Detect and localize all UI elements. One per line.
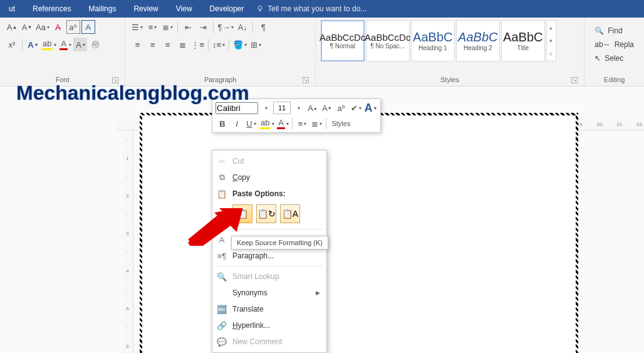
shading-button[interactable]: A — [73, 38, 87, 51]
paste-merge[interactable]: 📋↻ — [256, 204, 276, 223]
mini-format-painter[interactable]: ✔ — [349, 101, 363, 115]
ctx-translate[interactable]: 🔤Translate — [212, 301, 326, 317]
font-color-button[interactable]: A — [58, 38, 72, 51]
group-paragraph: ☰ ≡ ≣ ⇤ ⇥ ¶→ A↓ ¶ ≡ ≡ ≡ ≣ ⋮≡ ↕≡ — [125, 18, 315, 86]
tab-layout[interactable]: ut — [0, 0, 24, 18]
tell-me[interactable]: Tell me what you want to do... — [256, 4, 366, 13]
separator — [22, 39, 23, 50]
mini-font-name[interactable] — [216, 102, 258, 114]
cut-icon: ✂ — [216, 155, 227, 167]
enclose-characters-button[interactable]: ㊞ — [88, 38, 102, 51]
style-normal[interactable]: AaBbCcDc¶ Normal — [321, 20, 365, 61]
ruler-vertical[interactable]: ·1·2·3·4·5·6·7·8·9·10·11 — [122, 130, 133, 353]
scroll-down-icon[interactable]: ▾ — [547, 34, 556, 47]
grow-font-button[interactable]: A▲ — [5, 20, 19, 34]
decrease-indent-button[interactable]: ⇤ — [181, 20, 195, 34]
group-label-editing: Editing — [589, 76, 639, 85]
para-shading-button[interactable]: 🪣 — [232, 38, 247, 51]
mini-styles-icon[interactable]: A — [363, 101, 377, 115]
superscript-button[interactable]: x² — [5, 38, 19, 51]
ctx-paste-options-header: 📋Paste Options: — [212, 186, 326, 202]
mini-phonetic[interactable]: aᵇ — [335, 101, 348, 115]
ctx-copy[interactable]: ⧉Copy — [212, 169, 326, 186]
show-marks-button[interactable]: ¶ — [256, 20, 270, 34]
style-title[interactable]: AaBbCTitle — [501, 20, 545, 61]
tab-review[interactable]: Review — [125, 0, 167, 18]
highlight-button[interactable]: ab — [41, 38, 57, 51]
ctx-synonyms[interactable]: Synonyms▶ — [212, 285, 326, 301]
svg-rect-1 — [259, 10, 261, 11]
bullets-button[interactable]: ☰ — [130, 20, 144, 34]
select-icon: ↖ — [595, 54, 601, 63]
numbering-button[interactable]: ≡ — [145, 20, 159, 34]
tab-mailings[interactable]: Mailings — [80, 0, 125, 18]
ctx-paragraph[interactable]: ≡¶Paragraph... — [212, 248, 326, 264]
justify-button[interactable]: ≣ — [175, 38, 189, 51]
replace-button[interactable]: ab↔Repla — [595, 38, 634, 51]
text-effects-button[interactable]: A — [26, 38, 39, 51]
group-editing: 🔍Find ab↔Repla ↖Selec Editing — [584, 18, 644, 86]
increase-indent-button[interactable]: ⇥ — [196, 20, 210, 34]
style-heading1[interactable]: AaBbCHeading 1 — [411, 20, 455, 61]
svg-point-0 — [258, 6, 262, 10]
ctx-hyperlink[interactable]: 🔗Hyperlink... — [212, 317, 326, 334]
font-dialog-launcher[interactable]: ↘ — [112, 77, 118, 83]
styles-dialog-launcher[interactable]: ↘ — [571, 77, 578, 83]
mini-styles-label[interactable]: Styles — [329, 120, 353, 127]
mini-shrink-font[interactable]: A▼ — [320, 101, 334, 115]
distributed-button[interactable]: ⋮≡ — [190, 38, 205, 51]
scroll-up-icon[interactable]: ▴ — [547, 21, 556, 34]
separator — [208, 39, 209, 50]
mini-size-dropdown[interactable] — [291, 101, 305, 115]
line-spacing-button[interactable]: ↕≡ — [212, 38, 226, 51]
tab-references[interactable]: References — [24, 0, 80, 18]
align-left-button[interactable]: ≡ — [130, 38, 144, 51]
tab-developer[interactable]: Developer — [201, 0, 253, 18]
multilevel-list-button[interactable]: ≣ — [160, 20, 174, 34]
mini-bullets[interactable]: ≡ — [295, 117, 309, 130]
context-menu: ✂Cut ⧉Copy 📋Paste Options: 📋 📋↻ 📋A AFont… — [212, 150, 327, 353]
separator — [177, 21, 178, 33]
styles-more-icon[interactable]: ▿ — [547, 48, 556, 61]
style-heading2[interactable]: AaBbCHeading 2 — [456, 20, 500, 61]
separator — [216, 266, 323, 266]
comment-icon: 💬 — [216, 336, 227, 347]
find-button[interactable]: 🔍Find — [595, 24, 634, 38]
change-case-button[interactable]: Aa — [35, 20, 50, 34]
mini-underline[interactable]: U — [244, 117, 258, 130]
paste-options-row: 📋 📋↻ 📋A — [212, 202, 326, 227]
paste-keep-source[interactable]: 📋 — [232, 204, 252, 223]
separator — [326, 118, 326, 129]
ribbon-tabs: ut References Mailings Review View Devel… — [0, 0, 644, 18]
mini-grow-font[interactable]: A▲ — [306, 101, 319, 115]
ribbon: A▲ A▼ Aa A̶ aᵇ A x² A ab A A ㊞ Font↘ ☰ — [0, 18, 644, 87]
mini-bold[interactable]: B — [216, 117, 229, 130]
styles-scroll[interactable]: ▴▾▿ — [546, 20, 556, 61]
character-border-button[interactable]: A — [81, 20, 95, 34]
paste-text-only[interactable]: 📋A — [280, 204, 300, 223]
mini-font-color[interactable]: A — [276, 117, 289, 130]
clear-formatting-button[interactable]: A̶ — [51, 20, 65, 34]
align-center-button[interactable]: ≡ — [145, 38, 159, 51]
paragraph-dialog-launcher[interactable]: ↘ — [303, 77, 309, 83]
sort-button[interactable]: A↓ — [236, 20, 249, 34]
separator — [252, 21, 253, 33]
shrink-font-button[interactable]: A▼ — [20, 20, 34, 34]
tab-view[interactable]: View — [167, 0, 201, 18]
mini-toolbar: A▲ A▼ aᵇ ✔ A B I U ab A ≡ ≣ Styles — [212, 98, 381, 133]
mini-font-dropdown[interactable] — [259, 101, 273, 115]
align-right-button[interactable]: ≡ — [160, 38, 174, 51]
phonetic-guide-button[interactable]: aᵇ — [66, 20, 80, 34]
mini-highlight[interactable]: ab — [259, 117, 275, 130]
lightbulb-icon — [256, 5, 264, 13]
select-button[interactable]: ↖Selec — [595, 51, 634, 65]
document-page[interactable] — [140, 113, 578, 353]
mini-italic[interactable]: I — [230, 117, 244, 130]
ltr-button[interactable]: ¶→ — [217, 20, 234, 34]
translate-icon: 🔤 — [216, 303, 227, 315]
borders-button[interactable]: ⊞ — [249, 38, 262, 51]
mini-font-size[interactable] — [273, 102, 291, 114]
mini-numbering[interactable]: ≣ — [309, 117, 323, 130]
ctx-new-comment: 💬New Comment — [212, 334, 326, 350]
style-nospacing[interactable]: AaBbCcDc¶ No Spac... — [366, 20, 410, 61]
